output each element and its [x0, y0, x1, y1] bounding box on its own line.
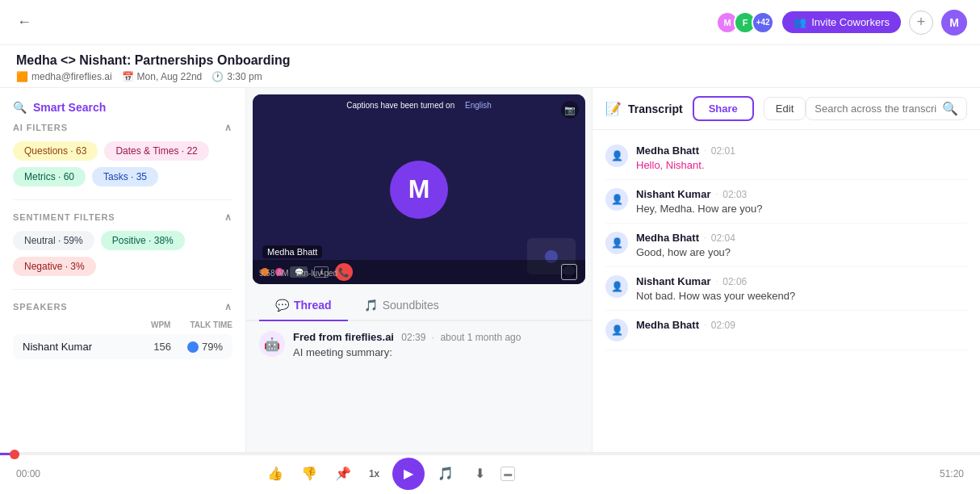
time-start: 00:00: [16, 468, 40, 479]
sidebar: 🔍 Smart Search AI FILTERS ∧ Questions · …: [0, 88, 246, 452]
time-meta: 🕐 3:30 pm: [211, 71, 262, 82]
speed-button[interactable]: 1x: [364, 465, 384, 483]
transcript-entry-name: Nishant Kumar: [636, 275, 710, 287]
thumbs-down-button[interactable]: 👎: [296, 461, 322, 487]
calendar-icon: 📅: [122, 71, 134, 82]
negative-chip[interactable]: Negative · 3%: [13, 257, 96, 276]
dates-times-chip[interactable]: Dates & Times · 22: [104, 141, 208, 161]
t-dot: ·: [704, 146, 706, 155]
transcript-entry-time: 02:09: [711, 320, 735, 331]
tasks-chip[interactable]: Tasks · 35: [92, 167, 158, 186]
top-nav: ← M F +42 👥 Invite Coworkers + M: [0, 0, 980, 45]
video-timestamp: 9:58 AM sxn-luv-ped: [259, 269, 337, 278]
search-icon: 🔍: [942, 101, 958, 116]
speakers-chevron[interactable]: ∧: [224, 301, 232, 312]
transcript-entry-name: Nishant Kumar: [636, 188, 710, 200]
meeting-meta: 🟧 medha@fireflies.ai 📅 Mon, Aug 22nd 🕐 3…: [16, 71, 964, 82]
download-button[interactable]: ⬇: [467, 461, 492, 487]
time-value: 3:30 pm: [227, 71, 262, 82]
ai-filters-chevron[interactable]: ∧: [224, 122, 232, 133]
positive-chip[interactable]: Positive · 38%: [101, 231, 185, 250]
transcript-avatar: 👤: [605, 275, 628, 298]
header-info: Medha <> Nishant: Partnerships Onboardin…: [0, 45, 980, 88]
speakers-section: SPEAKERS ∧ WPM TALK TIME Nishant Kumar 1…: [13, 301, 232, 359]
collapse-button[interactable]: ▬: [500, 467, 515, 481]
thumbs-up-button[interactable]: 👍: [262, 461, 288, 487]
main-content: 🔍 Smart Search AI FILTERS ∧ Questions · …: [0, 88, 980, 452]
divider-2: [13, 289, 232, 290]
transcript-entry-meta: Medha Bhatt · 02:09: [636, 319, 967, 331]
meeting-title: Medha <> Nishant: Partnerships Onboardin…: [16, 53, 964, 68]
transcript-entry-time: 02:01: [711, 145, 735, 157]
email-meta: 🟧 medha@fireflies.ai: [16, 71, 112, 82]
user-avatar[interactable]: M: [941, 10, 967, 36]
transcript-entry: 👤 Medha Bhatt · 02:09: [605, 311, 967, 350]
avatar-count: +42: [752, 11, 774, 34]
metrics-chip[interactable]: Metrics · 60: [13, 167, 86, 186]
fullscreen-button[interactable]: ⛶: [561, 264, 577, 280]
transcript-entry-time: 02:03: [722, 189, 747, 200]
transcript-search-bar[interactable]: 🔍: [806, 97, 967, 120]
neutral-chip[interactable]: Neutral · 59%: [13, 231, 94, 250]
transcript-entry-content: Nishant Kumar · 02:03 Hey, Medha. How ar…: [636, 188, 967, 215]
clock-icon: 🕐: [211, 71, 224, 82]
transcript-entry: 👤 Nishant Kumar · 02:03 Hey, Medha. How …: [605, 180, 967, 224]
thread-time: 02:39: [401, 332, 425, 343]
transcript-avatar: 👤: [605, 232, 628, 254]
transcript-entry-time: 02:04: [711, 232, 735, 244]
nav-right: M F +42 👥 Invite Coworkers + M: [716, 10, 967, 36]
transcript-entry-text: Hello, Nishant.: [636, 159, 967, 171]
sentiment-chevron[interactable]: ∧: [224, 211, 232, 223]
add-button[interactable]: +: [909, 10, 933, 35]
thread-tab[interactable]: 💬 Thread: [259, 291, 348, 321]
soundbites-tab[interactable]: 🎵 Soundbites: [348, 291, 455, 321]
back-button[interactable]: ←: [13, 11, 36, 34]
speakers-col-headers: WPM TALK TIME: [13, 320, 232, 329]
vc-end-call-icon[interactable]: 📞: [335, 263, 353, 281]
captions-text: Captions have been turned on English: [253, 101, 585, 110]
transcript-avatar: 👤: [605, 319, 628, 341]
soundbites-tab-icon: 🎵: [364, 299, 378, 312]
video-avatar: M: [390, 161, 448, 219]
invite-coworkers-button[interactable]: 👥 Invite Coworkers: [782, 11, 901, 33]
share-edit-buttons: 📝 Transcript: [605, 101, 683, 116]
transcript-header-left: 📝 Transcript Share Edit: [605, 96, 806, 121]
bot-avatar: 🤖: [259, 331, 285, 357]
session-id: sxn-luv-ped: [295, 269, 337, 278]
transcript-search-input[interactable]: [815, 103, 937, 115]
share-button[interactable]: Share: [693, 96, 754, 121]
search-icon: 🔍: [13, 101, 27, 114]
play-button[interactable]: ▶: [392, 458, 425, 490]
transcript-icon: 📝: [605, 101, 622, 116]
talk-time: 79%: [187, 341, 223, 353]
sentiment-chips: Neutral · 59% Positive · 38% Negative · …: [13, 231, 232, 276]
transcript-panel: 📝 Transcript Share Edit 🔍 👤 Medha Bhatt …: [593, 88, 980, 452]
transcript-entry-text: Hey, Medha. How are you?: [636, 203, 967, 215]
thread-tab-icon: 💬: [275, 299, 289, 312]
video-placeholder: M Medha Bhatt Captions have been turned …: [253, 94, 585, 284]
transcript-entry-name: Medha Bhatt: [636, 319, 699, 331]
progress-dot: [10, 450, 19, 459]
transcript-entry: 👤 Nishant Kumar · 02:06 Not bad. How was…: [605, 267, 967, 311]
date-meta: 📅 Mon, Aug 22nd: [122, 71, 203, 82]
pin-button[interactable]: 📌: [330, 461, 356, 487]
transcript-entry-meta: Medha Bhatt · 02:04: [636, 232, 967, 244]
transcript-entry-meta: Nishant Kumar · 02:03: [636, 188, 967, 200]
transcript-body: 👤 Medha Bhatt · 02:01 Hello, Nishant. 👤 …: [593, 130, 980, 452]
smart-search-button[interactable]: 🔍 Smart Search: [13, 98, 106, 122]
edit-button[interactable]: Edit: [764, 97, 806, 120]
divider-1: [13, 199, 232, 200]
transcript-entry-meta: Nishant Kumar · 02:06: [636, 275, 967, 287]
ai-filters-label: AI FILTERS ∧: [13, 122, 232, 133]
progress-track[interactable]: [0, 453, 980, 455]
questions-chip[interactable]: Questions · 63: [13, 141, 98, 161]
playback-controls: 👍 👎 📌 1x ▶ 🎵 ⬇ ▬: [262, 458, 515, 490]
nav-left: ←: [13, 11, 36, 34]
transcript-entry-text: Good, how are you?: [636, 246, 967, 258]
video-name-tag: Medha Bhatt: [262, 245, 322, 258]
talk-time-value: 79%: [202, 341, 223, 353]
waveform-button[interactable]: 🎵: [433, 461, 459, 487]
ai-filter-chips: Questions · 63 Dates & Times · 22 Metric…: [13, 141, 232, 186]
video-controls-bar: 9:58 AM sxn-luv-ped 💬 ℹ 📞 ⛶: [253, 260, 585, 284]
center-tabs: 💬 Thread 🎵 Soundbites: [246, 291, 592, 321]
